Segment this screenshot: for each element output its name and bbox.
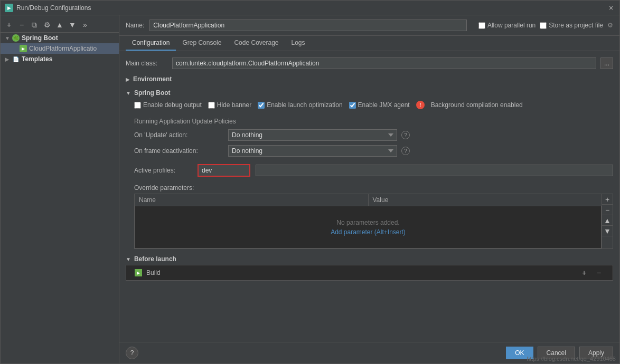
enable-jmx-checkbox[interactable] — [349, 102, 356, 109]
no-params-text: No parameters added. — [336, 219, 399, 226]
override-params-title: Override parameters: — [134, 182, 613, 194]
title-bar-left: ▶ Run/Debug Configurations — [5, 4, 91, 12]
move-down-button[interactable]: ▼ — [67, 20, 78, 30]
store-row: Allow parallel run Store as project file… — [478, 22, 613, 29]
footer-left: ? — [126, 347, 502, 359]
before-launch-build-row: ▶ Build + − — [126, 265, 613, 281]
bg-compilation-warning-icon: ! — [416, 101, 425, 109]
main-content: + − ⧉ ⚙ ▲ ▼ » ▼ 🌿 Spring Boot ▶ CloudPla… — [1, 15, 619, 363]
spring-boot-icon: 🌿 — [12, 34, 20, 42]
remove-param-button[interactable]: − — [602, 205, 613, 215]
on-frame-help-icon[interactable]: ? — [401, 147, 410, 155]
environment-header[interactable]: ▶ Environment — [126, 73, 613, 85]
params-sidebar-btns: + − ▲ ▼ — [602, 194, 613, 248]
close-button[interactable]: × — [607, 4, 615, 12]
app-label: CloudPlatformApplicatio — [29, 45, 97, 52]
on-update-help-icon[interactable]: ? — [401, 131, 410, 139]
allow-parallel-checkbox[interactable] — [478, 22, 485, 29]
scroll-down-param-button[interactable]: ▼ — [602, 226, 613, 236]
running-policies-section: Running Application Update Policies On '… — [126, 113, 613, 161]
sidebar-item-spring-boot[interactable]: ▼ 🌿 Spring Boot — [1, 33, 119, 43]
main-class-input[interactable] — [172, 58, 596, 69]
params-table-header: Name Value — [135, 194, 602, 206]
on-update-row: On 'Update' action: Do nothing Hot swap … — [134, 127, 613, 143]
dialog-title: Run/Debug Configurations — [16, 4, 91, 12]
before-launch-section: ▼ Before launch ▶ Build + − — [126, 251, 613, 283]
before-launch-title: Before launch — [134, 255, 176, 263]
before-launch-arrow: ▼ — [126, 256, 131, 262]
add-parameter-link[interactable]: Add parameter (Alt+Insert) — [331, 228, 406, 236]
on-frame-label: On frame deactivation: — [134, 147, 224, 155]
remove-config-button[interactable]: − — [16, 20, 27, 30]
sidebar: + − ⧉ ⚙ ▲ ▼ » ▼ 🌿 Spring Boot ▶ CloudPla… — [1, 15, 119, 363]
main-class-row: Main class: ... — [126, 55, 613, 71]
browse-main-class-button[interactable]: ... — [600, 58, 613, 69]
hide-banner-label[interactable]: Hide banner — [208, 101, 251, 109]
run-debug-dialog: ▶ Run/Debug Configurations × + − ⧉ ⚙ ▲ ▼… — [0, 0, 620, 364]
templates-label: Templates — [22, 55, 52, 63]
watermark: https://blog.csdn.net/qq_42910468 — [527, 356, 616, 362]
active-profiles-label: Active profiles: — [134, 167, 192, 174]
build-label: Build — [146, 269, 575, 276]
active-profiles-extra-input[interactable] — [256, 165, 613, 176]
add-config-button[interactable]: + — [4, 20, 14, 30]
bg-compilation-label: Background compilation enabled — [431, 101, 523, 109]
enable-debug-checkbox[interactable] — [134, 102, 141, 109]
add-before-launch-button[interactable]: + — [579, 267, 589, 278]
hide-banner-checkbox[interactable] — [208, 102, 215, 109]
env-title: Environment — [133, 75, 172, 83]
allow-parallel-label[interactable]: Allow parallel run — [478, 22, 536, 29]
settings-button[interactable]: ⚙ — [42, 20, 52, 30]
env-arrow: ▶ — [126, 76, 130, 82]
store-gear-icon[interactable]: ⚙ — [607, 22, 613, 29]
right-panel: Name: Allow parallel run Store as projec… — [119, 15, 619, 363]
main-class-label: Main class: — [126, 60, 168, 67]
templates-icon: 📄 — [12, 55, 20, 63]
tab-code-coverage[interactable]: Code Coverage — [228, 36, 285, 51]
spring-boot-section-title: Spring Boot — [134, 89, 171, 97]
params-value-col-header: Value — [369, 194, 602, 206]
expand-arrow: ▼ — [5, 35, 10, 41]
templates-expand-arrow: ▶ — [5, 56, 10, 62]
copy-config-button[interactable]: ⧉ — [29, 20, 40, 30]
spring-boot-header[interactable]: ▼ Spring Boot — [126, 87, 613, 99]
name-row: Name: Allow parallel run Store as projec… — [119, 15, 619, 36]
config-content: Main class: ... ▶ Environment ▼ Spring B… — [119, 51, 619, 342]
params-table-wrapper: Name Value No parameters added. Add para… — [134, 194, 613, 249]
before-launch-header[interactable]: ▼ Before launch — [126, 253, 613, 265]
spring-boot-section: ▼ Spring Boot Enable debug output Hide b… — [126, 87, 613, 111]
active-profiles-row: Active profiles: — [126, 161, 613, 180]
active-profiles-input[interactable] — [198, 164, 250, 177]
name-label: Name: — [126, 22, 144, 29]
spring-boot-arrow: ▼ — [126, 90, 131, 96]
title-bar: ▶ Run/Debug Configurations × — [1, 1, 619, 15]
params-main: Name Value No parameters added. Add para… — [135, 194, 602, 248]
add-param-button[interactable]: + — [602, 194, 613, 205]
build-icon: ▶ — [135, 269, 142, 276]
more-button[interactable]: » — [80, 20, 90, 30]
sidebar-toolbar: + − ⧉ ⚙ ▲ ▼ » — [1, 17, 119, 33]
move-up-button[interactable]: ▲ — [54, 20, 65, 30]
enable-debug-label[interactable]: Enable debug output — [134, 101, 202, 109]
on-update-select[interactable]: Do nothing Hot swap classes Restart serv… — [228, 129, 397, 141]
enable-launch-checkbox[interactable] — [258, 102, 265, 109]
spring-boot-options: Enable debug output Hide banner Enable l… — [126, 99, 613, 111]
tabs-row: Configuration Grep Console Code Coverage… — [119, 36, 619, 51]
enable-jmx-label[interactable]: Enable JMX agent — [349, 101, 410, 109]
tab-grep-console[interactable]: Grep Console — [176, 36, 228, 51]
scroll-up-param-button[interactable]: ▲ — [602, 215, 613, 226]
sidebar-item-app[interactable]: ▶ CloudPlatformApplicatio — [1, 43, 119, 54]
store-as-project-checkbox[interactable] — [540, 22, 547, 29]
name-input[interactable] — [149, 20, 467, 31]
on-frame-select[interactable]: Do nothing Hot swap classes Restart serv… — [228, 145, 397, 157]
enable-launch-label[interactable]: Enable launch optimization — [258, 101, 342, 109]
help-button[interactable]: ? — [126, 347, 138, 359]
store-as-project-label[interactable]: Store as project file — [540, 22, 603, 29]
tab-configuration[interactable]: Configuration — [126, 36, 176, 51]
sidebar-item-templates[interactable]: ▶ 📄 Templates — [1, 54, 119, 64]
remove-before-launch-button[interactable]: − — [594, 267, 604, 278]
override-params-section: Override parameters: Name Value No param… — [126, 180, 613, 251]
params-name-col-header: Name — [135, 194, 369, 206]
tab-logs[interactable]: Logs — [285, 36, 312, 51]
dialog-icon: ▶ — [5, 4, 13, 12]
